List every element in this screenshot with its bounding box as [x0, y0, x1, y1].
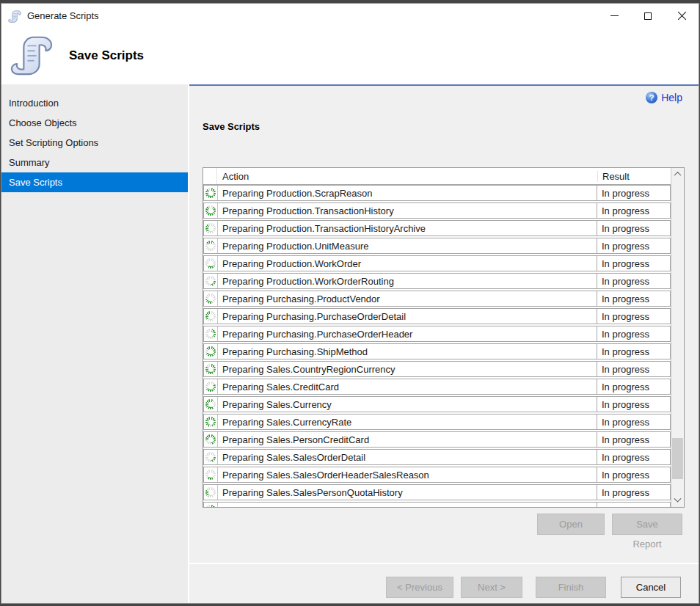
- progress-spinner-icon: [205, 364, 216, 374]
- scroll-icon-large: [10, 31, 53, 78]
- row-action-cell: Preparing Sales.CountryRegionCurrency: [218, 362, 597, 376]
- table-row[interactable]: Preparing Sales.SalesPersonQuotaHistory …: [203, 484, 671, 500]
- row-action-cell: Preparing Sales.CurrencyRate: [218, 415, 597, 429]
- table-header-row: Action Result: [203, 168, 671, 185]
- row-action-cell: Preparing Production.WorkOrder: [218, 256, 597, 271]
- table-row[interactable]: Preparing Sales.SalesReason In progress: [203, 502, 671, 507]
- main-panel: ? Help Save Scripts Action Result Prepar…: [189, 84, 699, 603]
- table-row[interactable]: Preparing Sales.SalesOrderHeaderSalesRea…: [203, 467, 671, 483]
- table-row[interactable]: Preparing Purchasing.ProductVendor In pr…: [203, 291, 671, 307]
- finish-button: Finish: [536, 577, 606, 598]
- chevron-down-icon: [674, 495, 682, 503]
- close-button[interactable]: [665, 4, 699, 28]
- progress-spinner-icon: [205, 434, 216, 445]
- table-row[interactable]: Preparing Production.WorkOrder In progre…: [203, 255, 671, 271]
- sidebar-item-label: Summary: [9, 157, 50, 168]
- table-row[interactable]: Preparing Production.TransactionHistoryA…: [203, 220, 671, 236]
- progress-spinner-icon: [205, 452, 216, 462]
- minimize-button[interactable]: [597, 4, 631, 28]
- sidebar-item-label: Introduction: [9, 98, 59, 109]
- row-result-cell: In progress: [597, 276, 670, 287]
- help-label: Help: [661, 92, 682, 103]
- row-result-cell: In progress: [597, 311, 670, 322]
- row-action-cell: Preparing Production.TransactionHistory: [218, 203, 597, 218]
- progress-spinner-icon: [205, 382, 216, 392]
- row-action-cell: Preparing Sales.PersonCreditCard: [218, 432, 597, 447]
- close-icon: [677, 11, 687, 21]
- progress-spinner-icon: [205, 188, 216, 198]
- row-result-cell: In progress: [597, 399, 670, 410]
- row-result-cell: In progress: [597, 329, 670, 340]
- row-action-cell: Preparing Purchasing.ShipMethod: [218, 344, 597, 359]
- row-result-cell: In progress: [597, 434, 670, 445]
- row-action-cell: Preparing Sales.SalesReason: [218, 503, 597, 507]
- status-column-header: [203, 168, 217, 184]
- previous-button: < Previous: [386, 577, 453, 598]
- table-row[interactable]: Preparing Production.UnitMeasure In prog…: [203, 238, 671, 254]
- progress-spinner-icon: [205, 487, 216, 497]
- sidebar-item-summary[interactable]: Summary: [1, 153, 188, 172]
- table-row[interactable]: Preparing Production.TransactionHistory …: [203, 202, 671, 219]
- progress-spinner-icon: [205, 346, 216, 357]
- progress-table: Action Result Preparing Production.Scrap…: [203, 167, 685, 508]
- row-result-cell: In progress: [597, 417, 670, 428]
- table-row[interactable]: Preparing Purchasing.PurchaseOrderDetail…: [203, 308, 671, 324]
- progress-spinner-icon: [205, 329, 216, 339]
- sidebar-item-choose-objects[interactable]: Choose Objects: [1, 113, 188, 133]
- scrollbar-thumb[interactable]: [672, 438, 683, 479]
- row-result-cell: In progress: [597, 223, 670, 234]
- progress-spinner-icon: [205, 223, 216, 233]
- row-result-cell: In progress: [597, 205, 670, 216]
- maximize-button[interactable]: [631, 4, 665, 28]
- chevron-up-icon: [674, 172, 682, 179]
- maximize-icon: [644, 12, 652, 20]
- sidebar-item-label: Set Scripting Options: [9, 137, 98, 148]
- row-result-cell: In progress: [597, 452, 670, 463]
- progress-spinner-icon: [205, 293, 216, 304]
- row-action-cell: Preparing Purchasing.PurchaseOrderHeader: [218, 326, 597, 341]
- scroll-down-button[interactable]: [671, 494, 684, 507]
- row-action-cell: Preparing Production.WorkOrderRouting: [218, 274, 597, 288]
- row-action-cell: Preparing Sales.SalesOrderDetail: [218, 450, 597, 464]
- wizard-step-title: Save Scripts: [69, 48, 144, 63]
- row-result-cell: In progress: [597, 241, 670, 252]
- row-result-cell: In progress: [597, 258, 670, 269]
- sidebar-item-label: Save Scripts: [9, 177, 62, 188]
- table-row[interactable]: Preparing Production.ScrapReason In prog…: [203, 185, 671, 201]
- report-buttons: OpenSave Report: [537, 514, 682, 535]
- wizard-header: Save Scripts: [1, 28, 699, 84]
- progress-spinner-icon: [205, 258, 216, 269]
- table-row[interactable]: Preparing Purchasing.PurchaseOrderHeader…: [203, 326, 671, 342]
- table-row[interactable]: Preparing Sales.PersonCreditCard In prog…: [203, 431, 671, 448]
- open-button: Open: [537, 514, 605, 535]
- table-row[interactable]: Preparing Sales.SalesOrderDetail In prog…: [203, 449, 671, 465]
- table-row[interactable]: Preparing Sales.Currency In progress: [203, 396, 671, 412]
- row-result-cell: In progress: [597, 188, 670, 199]
- progress-spinner-icon: [205, 399, 216, 409]
- section-title: Save Scripts: [203, 121, 260, 132]
- row-action-cell: Preparing Purchasing.ProductVendor: [218, 291, 597, 306]
- table-row[interactable]: Preparing Sales.CurrencyRate In progress: [203, 414, 671, 430]
- scroll-up-button[interactable]: [671, 168, 684, 180]
- row-result-cell: In progress: [597, 346, 670, 357]
- row-action-cell: Preparing Sales.CreditCard: [218, 379, 597, 394]
- window-title: Generate Scripts: [27, 10, 99, 21]
- sidebar-item-introduction[interactable]: Introduction: [1, 93, 188, 113]
- row-action-cell: Preparing Production.UnitMeasure: [218, 238, 597, 253]
- sidebar-item-set-scripting-options[interactable]: Set Scripting Options: [1, 133, 188, 153]
- row-action-cell: Preparing Production.ScrapReason: [218, 186, 597, 200]
- table-row[interactable]: Preparing Sales.CountryRegionCurrency In…: [203, 361, 671, 377]
- vertical-scrollbar[interactable]: [671, 168, 684, 507]
- table-row[interactable]: Preparing Production.WorkOrderRouting In…: [203, 273, 671, 289]
- progress-spinner-icon: [205, 311, 216, 321]
- progress-spinner-icon: [205, 205, 216, 216]
- help-link[interactable]: ? Help: [646, 92, 682, 103]
- table-row[interactable]: Preparing Sales.CreditCard In progress: [203, 379, 671, 395]
- row-result-cell: In progress: [597, 364, 670, 375]
- result-column-header: Result: [598, 171, 671, 182]
- footer-buttons: < PreviousNext >FinishCancel: [386, 577, 681, 598]
- cancel-button[interactable]: Cancel: [621, 577, 681, 598]
- table-row[interactable]: Preparing Purchasing.ShipMethod In progr…: [203, 343, 671, 359]
- sidebar-item-save-scripts[interactable]: Save Scripts: [1, 172, 188, 192]
- scroll-icon: [8, 10, 21, 23]
